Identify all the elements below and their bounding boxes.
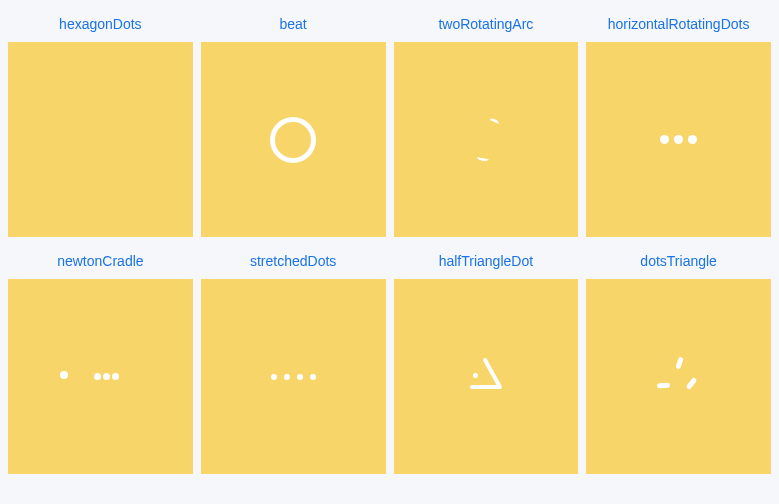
- loader-card-halfTriangleDot: halfTriangleDot: [394, 245, 579, 474]
- loader-card-dotsTriangle: dotsTriangle: [586, 245, 771, 474]
- loader-title-link[interactable]: hexagonDots: [59, 8, 142, 42]
- loader-preview: [394, 42, 579, 237]
- loader-title-link[interactable]: horizontalRotatingDots: [608, 8, 750, 42]
- loader-title-link[interactable]: stretchedDots: [250, 245, 336, 279]
- dots-triangle-icon: [649, 355, 709, 399]
- loader-card-beat: beat: [201, 8, 386, 237]
- loader-preview: [8, 42, 193, 237]
- stretched-dots-icon: [271, 374, 316, 380]
- loader-title-link[interactable]: beat: [280, 8, 307, 42]
- loader-preview: [201, 279, 386, 474]
- loader-preview: [586, 279, 771, 474]
- loader-title-link[interactable]: dotsTriangle: [640, 245, 717, 279]
- loader-preview: [586, 42, 771, 237]
- loader-card-twoRotatingArc: twoRotatingArc: [394, 8, 579, 237]
- loader-preview: [201, 42, 386, 237]
- loader-title-link[interactable]: newtonCradle: [57, 245, 143, 279]
- half-triangle-dot-icon: [461, 357, 511, 397]
- loader-card-stretchedDots: stretchedDots: [201, 245, 386, 474]
- newton-cradle-icon: [60, 367, 140, 387]
- loader-grid: hexagonDots beat twoRotatingArc horizont…: [8, 8, 771, 474]
- loader-card-hexagonDots: hexagonDots: [8, 8, 193, 237]
- loader-title-link[interactable]: twoRotatingArc: [438, 8, 533, 42]
- beat-ring-icon: [270, 117, 316, 163]
- loader-card-horizontalRotatingDots: horizontalRotatingDots: [586, 8, 771, 237]
- loader-title-link[interactable]: halfTriangleDot: [439, 245, 533, 279]
- loader-preview: [394, 279, 579, 474]
- two-rotating-arc-icon: [461, 115, 511, 165]
- loader-card-newtonCradle: newtonCradle: [8, 245, 193, 474]
- horizontal-dots-icon: [660, 135, 697, 144]
- loader-preview: [8, 279, 193, 474]
